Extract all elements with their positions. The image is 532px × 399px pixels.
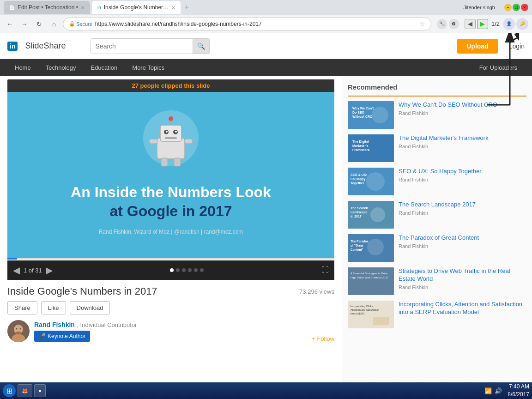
rec-title-4: The Paradox of Great Content [399,234,526,242]
login-button[interactable]: Login [509,42,525,50]
refresh-btn[interactable]: ↻ [33,18,45,30]
slide-title-highlight: An Inside the Numbers Look [71,184,271,200]
follow-button[interactable]: + Follow [312,335,334,342]
maximize-btn[interactable]: □ [513,4,520,11]
search-input[interactable] [91,39,193,54]
minimize-btn[interactable]: − [504,4,512,11]
svg-text:Why We Can't: Why We Can't [352,107,374,110]
slide-dot-5[interactable] [194,268,198,272]
site-header: in SlideShare 🔍 Upload Login [0,33,532,59]
page-counter: 1/2 [491,20,500,27]
svg-point-40 [367,239,384,255]
download-button[interactable]: Download [70,301,110,314]
like-button[interactable]: Like [41,301,66,314]
keynote-icon: 🎤 [39,333,46,339]
sidebar: Recommended Why We Can't Do SEO Without … [342,76,532,399]
tab-active[interactable]: in Inside Google's Number… ✕ [92,1,181,14]
rec-info-5: Strategies to Drive Web Traffic in the R… [399,267,526,295]
rec-item-6[interactable]: Incorporating Clicks, Attention and Sati… [348,301,526,328]
rec-title-6: Incorporating Clicks, Attention and Sati… [399,301,526,316]
tab-inactive-1[interactable]: 📄 Edit Post • Techonation • ✕ [4,1,90,14]
slide-info-row: Inside Google's Numbers in 2017 73,296 v… [7,285,334,297]
nav-more-topics[interactable]: More Topics [125,59,172,76]
search-button[interactable]: 🔍 [193,39,209,54]
clipped-count: 27 [132,82,138,89]
nav-technology[interactable]: Technology [38,59,84,76]
prev-slide-nav[interactable]: ◀ [465,19,476,29]
svg-rect-11 [184,139,193,144]
rec-info-1: The Digital Marketer's Framework Rand Fi… [399,134,526,162]
tab-active-label: Inside Google's Number… [104,4,169,11]
svg-rect-9 [165,137,177,139]
browser-controls: ← → ↻ ⌂ 🔒 Secure https://www.slideshare.… [0,15,532,33]
svg-text:The Paradox: The Paradox [351,240,369,243]
ext-icon-2[interactable]: ⚙ [449,19,459,29]
taskbar-sys-icons: 📶 🔊 [484,387,502,394]
svg-point-21 [372,107,388,123]
svg-text:Do SEO: Do SEO [352,111,365,114]
star-icon[interactable]: ☆ [419,20,425,28]
url-text: https://www.slideshare.net/randfish/insi… [95,21,262,27]
action-buttons: Share Like Download [7,301,334,314]
author-avatar [7,320,30,342]
next-slide-nav[interactable]: ▶ [477,19,488,29]
slide-progress-bar [7,258,334,260]
new-tab-btn[interactable]: + [184,3,189,12]
slide-dot-2[interactable] [176,268,180,272]
ext-icon-1[interactable]: 🔧 [437,19,447,29]
slide-controls-bar: ◀ 1 of 31 ▶ ⛶ [7,260,334,280]
window-controls: − □ ✕ [504,4,528,11]
slide-next-btn[interactable]: ▶ [46,265,53,276]
keynote-badge[interactable]: 🎤 Keynote Author [34,331,90,342]
rec-item-3[interactable]: The Search Landscape in 2017 The Search … [348,201,526,229]
rec-item-4[interactable]: The Paradox of "Great Content" The Parad… [348,234,526,262]
clipped-bar: 27 people clipped this slide [7,79,334,92]
svg-point-19 [16,332,21,334]
upload-button[interactable]: Upload [457,39,497,54]
slide-dot-6[interactable] [200,268,204,272]
header-divider [81,39,81,53]
tab-close-1[interactable]: ✕ [81,5,85,10]
share-button[interactable]: Share [7,301,37,314]
rec-thumb-3: The Search Landscape in 2017 [348,201,394,229]
svg-text:4 Essential Strategies to Driv: 4 Essential Strategies to Drive [351,272,388,275]
user-icon[interactable]: 👤 [503,18,515,30]
volume-icon: 🔊 [495,387,502,394]
rec-item-5[interactable]: 4 Essential Strategies to Drive High Val… [348,267,526,295]
rec-item-1[interactable]: The Digital Marketer's Framework The Dig… [348,134,526,162]
back-btn[interactable]: ← [4,18,16,30]
rec-author-4: Rand Fishkin [399,243,526,249]
author-name[interactable]: Rand Fishkin [34,321,75,328]
slide-prev-btn[interactable]: ◀ [13,265,20,276]
nav-for-uploaders[interactable]: For Uploaders [472,64,525,71]
taskbar-chrome[interactable]: ● [34,384,46,397]
rec-item-0[interactable]: Why We Can't Do SEO Without CRO Why We C… [348,101,526,129]
tools-icon[interactable]: 🔑 [516,18,528,30]
tab-close-active[interactable]: ✕ [171,5,175,10]
close-btn[interactable]: ✕ [521,4,528,11]
rec-item-2[interactable]: SEO & UX: So Happy Together SEO & UX: So… [348,168,526,195]
nav-education[interactable]: Education [83,59,125,76]
rec-thumb-0: Why We Can't Do SEO Without CRO [348,101,394,129]
address-bar[interactable]: 🔒 Secure https://www.slideshare.net/rand… [63,18,431,30]
taskbar-firefox[interactable]: 🦊 [18,384,32,397]
forward-btn[interactable]: → [18,18,30,30]
svg-rect-13 [174,158,181,166]
browser-actions: 🔧 ⚙ [437,19,459,29]
slide-dot-3[interactable] [182,268,186,272]
brand-name: SlideShare [25,41,66,51]
svg-point-30 [366,172,385,191]
home-btn[interactable]: ⌂ [48,18,60,30]
linkedin-logo[interactable]: in [7,42,18,51]
nav-home[interactable]: Home [7,59,38,76]
svg-text:The Digital: The Digital [352,140,369,144]
start-btn[interactable]: ⊞ [3,384,16,397]
fullscreen-btn[interactable]: ⛶ [321,266,329,274]
slide-dot-4[interactable] [188,268,192,272]
keynote-label: Keynote Author [48,333,85,339]
rec-thumb-6: Incorporating Clicks, Attention and Sati… [348,301,394,328]
slide-dot-1[interactable] [170,268,174,272]
slide-progress-fill [7,258,17,260]
rec-author-5: Rand Fishkin [399,284,526,290]
svg-text:Without CRO: Without CRO [352,115,373,118]
